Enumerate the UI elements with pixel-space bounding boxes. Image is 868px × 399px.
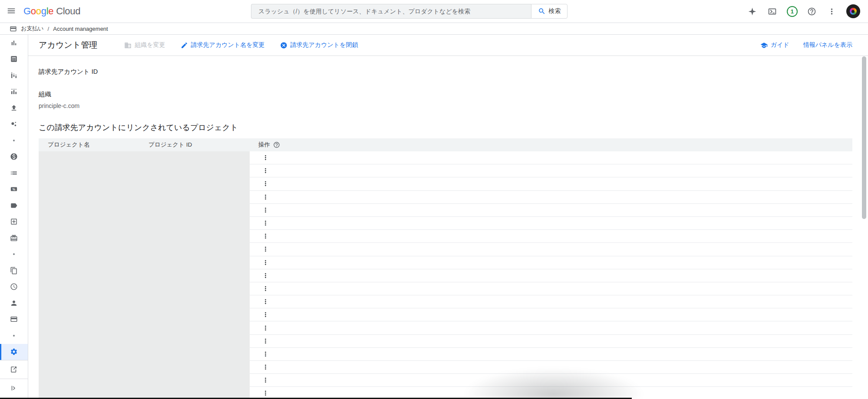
project-table-row xyxy=(250,321,852,334)
project-table-row xyxy=(250,217,852,230)
pencil-icon xyxy=(181,42,188,49)
kebab-icon xyxy=(262,311,269,318)
cloud-shell-button[interactable] xyxy=(767,6,778,17)
search-icon xyxy=(538,7,546,15)
sidebar-item-budgets[interactable] xyxy=(0,214,28,230)
main-area: アカウント管理 組織を変更 請求先アカウント名を変更 請求先アカウントを閉鎖 xyxy=(28,35,868,399)
row-actions-menu-button[interactable] xyxy=(260,297,271,307)
row-actions-menu-button[interactable] xyxy=(260,244,271,255)
row-actions-menu-button[interactable] xyxy=(260,283,271,294)
hamburger-menu-button[interactable] xyxy=(6,6,17,16)
row-actions-menu-button[interactable] xyxy=(260,231,271,242)
row-actions-menu-button[interactable] xyxy=(260,205,271,215)
projects-table-body xyxy=(39,151,852,399)
payments-icon xyxy=(10,153,18,160)
payment-method-icon xyxy=(10,315,18,323)
close-circle-icon xyxy=(280,42,287,49)
school-icon xyxy=(760,42,768,49)
project-table-row xyxy=(250,230,852,243)
guide-link[interactable]: ガイド xyxy=(760,41,789,49)
row-actions-menu-button[interactable] xyxy=(260,218,271,229)
row-actions-menu-button[interactable] xyxy=(260,310,271,320)
sidebar-item-export[interactable] xyxy=(0,100,28,116)
row-actions-menu-button[interactable] xyxy=(260,349,271,359)
linked-projects-heading: この請求先アカウントにリンクされているプロジェクト xyxy=(39,122,852,133)
project-table-row xyxy=(250,243,852,256)
project-table-row xyxy=(250,269,852,282)
help-button[interactable] xyxy=(806,6,818,17)
tags-icon xyxy=(10,202,18,209)
sidebar-item-pricing[interactable] xyxy=(0,84,28,100)
search-button[interactable]: 検索 xyxy=(531,4,568,19)
sidebar-item-history[interactable] xyxy=(0,279,28,295)
svg-text:%: % xyxy=(13,188,16,191)
sidebar-item-credits[interactable]: % xyxy=(0,181,28,198)
project-table-row xyxy=(250,308,852,321)
show-info-panel-link[interactable]: 情報パネルを表示 xyxy=(803,41,852,49)
sidebar-item-payment-method[interactable] xyxy=(0,311,28,328)
row-actions-menu-button[interactable] xyxy=(260,323,271,333)
top-actions: 1 xyxy=(747,4,860,18)
sidebar-item-tags[interactable] xyxy=(0,197,28,214)
project-table-row xyxy=(250,191,852,204)
billing-account-id-label: 請求先アカウント ID xyxy=(39,68,852,76)
sidebar-item-account[interactable] xyxy=(0,295,28,311)
project-table-row xyxy=(250,204,852,217)
sidebar-item-release-notes[interactable] xyxy=(0,360,28,379)
transactions-icon xyxy=(10,169,18,177)
history-icon xyxy=(10,283,18,291)
shell: % アカウント管理 組織を変更 請求先アカウント名を変更 請求先ア xyxy=(0,35,868,399)
organization-label: 組織 xyxy=(39,90,852,98)
search-input[interactable] xyxy=(251,4,531,19)
row-actions-menu-button[interactable] xyxy=(260,270,271,281)
close-billing-account-button[interactable]: 請求先アカウントを閉鎖 xyxy=(280,41,358,49)
sidebar-item-commitments[interactable] xyxy=(0,116,28,133)
rename-billing-account-button[interactable]: 請求先アカウント名を変更 xyxy=(181,41,265,49)
kebab-icon xyxy=(262,245,269,253)
page-header: アカウント管理 組織を変更 請求先アカウント名を変更 請求先アカウントを閉鎖 xyxy=(28,35,868,56)
vertical-scrollbar-thumb[interactable] xyxy=(862,56,866,219)
project-table-row xyxy=(250,335,852,348)
breadcrumb: お支払い / Account management xyxy=(0,23,868,35)
notifications-button[interactable]: 1 xyxy=(787,6,798,17)
row-actions-menu-button[interactable] xyxy=(260,192,271,202)
sidebar-item-payments[interactable] xyxy=(0,149,28,165)
sidebar-item-transactions[interactable] xyxy=(0,165,28,181)
sidebar-item-rewards[interactable] xyxy=(0,230,28,246)
breadcrumb-billing[interactable]: お支払い xyxy=(21,25,44,33)
row-actions-menu-button[interactable] xyxy=(260,257,271,268)
gemini-button[interactable] xyxy=(747,6,758,17)
row-actions-menu-button[interactable] xyxy=(260,179,271,189)
budgets-icon xyxy=(10,218,18,226)
search-button-label: 検索 xyxy=(549,7,561,15)
row-actions-menu-button[interactable] xyxy=(260,166,271,176)
google-cloud-logo[interactable]: Google Cloud xyxy=(23,6,80,17)
account-avatar[interactable] xyxy=(846,4,860,18)
documents-icon xyxy=(10,267,18,275)
sidebar-item-collapse[interactable] xyxy=(0,379,28,397)
sidebar-item-settings[interactable] xyxy=(0,344,28,360)
row-actions-menu-button[interactable] xyxy=(260,375,271,386)
breadcrumb-separator: / xyxy=(48,26,50,32)
project-table-row xyxy=(250,295,852,308)
row-actions-menu-button[interactable] xyxy=(260,362,271,373)
search-bar: 検索 xyxy=(251,4,568,19)
change-organization-button[interactable]: 組織を変更 xyxy=(124,41,165,49)
column-project-name: プロジェクト名 xyxy=(39,141,149,149)
row-actions-menu-button[interactable] xyxy=(260,388,271,399)
sidebar-section-dot xyxy=(0,246,28,263)
more-options-button[interactable] xyxy=(826,6,838,17)
page-content: 請求先アカウント ID 組織 principle-c.com この請求先アカウン… xyxy=(28,56,868,399)
row-actions-menu-button[interactable] xyxy=(260,153,271,163)
row-actions-menu-button[interactable] xyxy=(260,336,271,346)
sidebar-item-documents[interactable] xyxy=(0,262,28,279)
sidebar-item-cost-table[interactable] xyxy=(0,51,28,68)
commitments-icon xyxy=(10,120,18,128)
project-table-row xyxy=(250,361,852,374)
sidebar-item-reports[interactable] xyxy=(0,35,28,51)
notification-count: 1 xyxy=(791,8,794,15)
actions-help-button[interactable] xyxy=(273,141,280,149)
breadcrumb-page: Account management xyxy=(53,26,108,32)
pricing-icon xyxy=(10,88,18,95)
sidebar-item-cost-breakdown[interactable] xyxy=(0,67,28,84)
